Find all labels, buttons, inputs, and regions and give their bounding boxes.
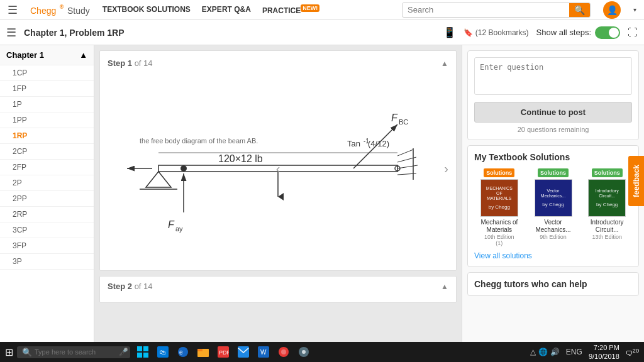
tray-icon-volume[interactable]: 🔊 [550,348,560,356]
top-nav: ☰ Chegg ® Study TEXTBOOK SOLUTIONS EXPER… [0,0,644,20]
taskbar-icon-store[interactable]: 🛍 [154,343,172,361]
ask-question-input[interactable] [474,57,632,95]
taskbar-search-bar[interactable]: 🔍 🎤 [17,346,130,358]
step-2-of: of 14 [135,282,153,291]
sidebar-item-3fp[interactable]: 3FP [0,238,94,254]
chapter-chevron-up: ▲ [79,50,87,60]
chegg-logo[interactable]: Chegg ® Study [30,3,90,17]
step-1-label: Step 1 [108,58,132,68]
solution-edition-0: 10th Edition [474,234,525,240]
feedback-tab[interactable]: feedback [628,156,644,206]
sidebar-item-2p[interactable]: 2P [0,175,94,191]
solution-badge-1: Solutions [538,168,569,177]
taskbar-icon-settings[interactable] [295,343,313,361]
sidebar-item-1rp[interactable]: 1RP [0,128,94,144]
svg-rect-29 [143,346,148,351]
solution-img-2: IntroductoryCircuit... by Chegg [588,179,626,217]
step-1-block: Step 1 of 14 ▲ ‹ [99,50,457,271]
taskbar-search-input[interactable] [35,348,116,356]
svg-text:ay: ay [175,225,183,233]
taskbar-icon-folder[interactable] [194,343,212,361]
svg-text:e: e [179,349,183,356]
new-badge: NEW! [301,4,319,12]
continue-to-post-button[interactable]: Continue to post [474,102,632,123]
chapter-label: Chapter 1 [6,50,44,60]
svg-text:(4/12): (4/12) [368,139,389,148]
sidebar-item-2pp[interactable]: 2PP [0,191,94,207]
svg-rect-40 [238,346,249,358]
taskbar-icon-word[interactable]: W [255,343,272,361]
solution-card-1[interactable]: Solutions VectorMechanics... by Chegg Ve… [528,167,579,246]
taskbar-icon-ie[interactable]: e [174,343,192,361]
solution-name-0: Mechanics of Materials [474,219,525,234]
right-panel: Continue to post 20 questions remaining … [462,45,644,362]
sidebar-items-list: 1CP1FP1P1PP1RP2CP2FP2P2PP2RP3CP3FP3P [0,65,94,270]
solution-card-0[interactable]: Solutions MECHANICSOFMATERIALS by Chegg … [474,167,525,246]
svg-rect-30 [137,353,142,358]
questions-remaining: 20 questions remaining [474,126,632,133]
taskbar-icon-opera[interactable] [275,343,292,361]
user-avatar[interactable]: 👤 [603,1,621,19]
system-tray: △ 🌐 🔊 [530,348,560,356]
problem-title: Chapter 1, Problem 1RP [24,28,436,38]
sidebar-item-2cp[interactable]: 2CP [0,144,94,160]
bookmark-button[interactable]: 🔖 (12 Bookmarks) [464,28,529,37]
nav-expert-qa[interactable]: EXPERT Q&A [202,5,251,15]
start-button[interactable]: ⊞ [5,346,13,358]
sidebar-item-3p[interactable]: 3P [0,254,94,270]
main-layout: Chapter 1 ▲ 1CP1FP1P1PP1RP2CP2FP2P2PP2RP… [0,45,644,362]
taskbar-time: 7:20 PM 9/10/2018 [589,343,619,361]
taskbar-icon-pdf[interactable]: PDF [214,343,232,361]
nav-practice[interactable]: PRACTICENEW! [262,5,319,15]
step-1-chevron[interactable]: ▲ [441,59,448,68]
sidebar-item-1pp[interactable]: 1PP [0,112,94,128]
my-solutions-box: My Textbook Solutions Solutions MECHANIC… [467,145,639,267]
notification-count: 20 [633,348,639,354]
next-button[interactable]: › [444,162,448,176]
solution-badge-2: Solutions [592,168,623,177]
step-2-chevron[interactable]: ▲ [441,282,448,291]
svg-line-23 [397,165,418,168]
tray-lang: ENG [566,348,582,356]
nav-links: TEXTBOOK SOLUTIONS EXPERT Q&A PRACTICENE… [103,5,319,15]
list-icon[interactable]: ☰ [6,26,16,40]
diagram-area: ‹ [108,74,448,263]
sidebar-item-2rp[interactable]: 2RP [0,207,94,222]
chevron-down-icon[interactable]: ▾ [633,6,636,13]
tray-icon-up[interactable]: △ [530,348,536,356]
mobile-icon: 📱 [443,26,456,38]
taskbar-icon-mail[interactable] [235,343,252,361]
taskbar-icons: 🛍 e PDF W [134,343,313,361]
sidebar: Chapter 1 ▲ 1CP1FP1P1PP1RP2CP2FP2P2PP2RP… [0,45,94,362]
search-button[interactable]: 🔍 [569,3,590,17]
solution-img-1: VectorMechanics... by Chegg [535,179,572,217]
svg-text:BC: BC [399,118,408,126]
sidebar-item-1p[interactable]: 1P [0,97,94,112]
sidebar-item-1fp[interactable]: 1FP [0,81,94,97]
solution-card-2[interactable]: Solutions IntroductoryCircuit... by Cheg… [582,167,632,246]
svg-point-3 [180,165,187,172]
svg-rect-37 [197,349,203,351]
sidebar-item-2fp[interactable]: 2FP [0,160,94,175]
microphone-icon[interactable]: 🎤 [119,348,128,356]
sidebar-item-1cp[interactable]: 1CP [0,65,94,81]
toggle-switch[interactable] [595,26,620,39]
solution-img-0: MECHANICSOFMATERIALS by Chegg [480,179,518,217]
hamburger-icon[interactable]: ☰ [8,3,18,17]
search-input[interactable] [402,3,569,16]
step-1-of: of 14 [135,58,153,68]
problem-bar: ☰ Chapter 1, Problem 1RP 📱 🔖 (12 Bookmar… [0,20,644,45]
search-bar[interactable]: 🔍 [402,3,591,18]
tray-icon-wifi[interactable]: 🌐 [538,348,548,356]
sidebar-chapter-header[interactable]: Chapter 1 ▲ [0,45,94,65]
view-all-solutions-link[interactable]: View all solutions [474,251,632,260]
taskbar-icon-windows[interactable] [134,343,152,361]
prev-button[interactable]: ‹ [276,162,280,176]
nav-textbook-solutions[interactable]: TEXTBOOK SOLUTIONS [103,5,191,15]
taskbar-notification-icon[interactable]: 🗨20 [626,348,639,357]
svg-marker-1 [146,172,171,187]
solution-rating-0: (1) [474,240,525,246]
solution-badge-0: Solutions [484,168,514,177]
expand-icon[interactable]: ⛶ [628,27,638,38]
sidebar-item-3cp[interactable]: 3CP [0,222,94,238]
